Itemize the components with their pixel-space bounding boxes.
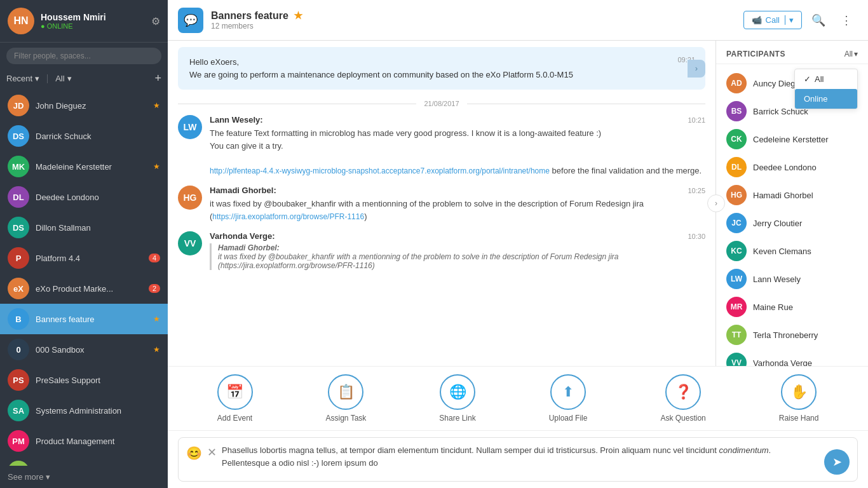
messages-panel: 09:21 Hello eXoers,We are going to perfo… <box>168 41 715 366</box>
message-row: VV Varhonda Verge: 10:30 Hamadi Ghorbel:… <box>178 231 705 270</box>
msg-link[interactable]: http://plfenteap-4.4.x-wysiwyg-microblog… <box>210 166 550 175</box>
upload-file-button[interactable]: ⬆ Upload File <box>549 374 588 423</box>
more-options-btn[interactable]: ⋮ <box>835 9 858 32</box>
recent-filter-btn[interactable]: Recent ▾ <box>6 74 39 83</box>
add-event-icon: 📅 <box>217 374 253 410</box>
msg-text: We are going to perform a maintenance de… <box>189 69 694 81</box>
filter-divider <box>47 74 48 83</box>
message-row: LW Lann Wesely: 10:21 The feature Text f… <box>178 115 705 177</box>
participant-avatar: HG <box>726 185 747 205</box>
msg-time: 10:25 <box>688 187 705 194</box>
sidebar-avatar: ST <box>8 461 29 466</box>
sidebar-item-platform-44[interactable]: P Platform 4.4 4 <box>0 243 168 273</box>
participant-avatar: LW <box>726 269 747 289</box>
sidebar-item-name: 000 Sandbox <box>36 345 147 355</box>
msg-author: Varhonda Verge: <box>210 231 275 241</box>
participants-filter-btn[interactable]: All ▾ <box>844 50 858 58</box>
sidebar-avatar: PS <box>8 369 29 391</box>
sidebar-item-exo-product[interactable]: eX eXo Product Marke... 2 <box>0 273 168 304</box>
filter-option-online[interactable]: Online <box>795 89 857 109</box>
sidebar-item-madeleine-kerstetter[interactable]: MK Madeleine Kerstetter ★ <box>0 151 168 182</box>
participants-panel: › PARTICIPANTS All ▾ ✓ All Online AD <box>715 41 868 366</box>
main-area: 💬 Banners feature ★ 12 members 📹 Call ▾ … <box>168 0 868 488</box>
sidebar-item-product-mgmt[interactable]: PM Product Management <box>0 426 168 456</box>
video-icon: 📹 <box>752 15 762 25</box>
ask-question-button[interactable]: ❓ Ask Question <box>660 374 705 423</box>
participant-item-deedee-londono[interactable]: DL Deedee Londono <box>716 153 868 181</box>
participant-avatar: VV <box>726 353 747 366</box>
participant-name: Cedeleine Kerstetter <box>753 135 829 144</box>
sidebar-avatar: eX <box>8 278 29 299</box>
emoji-button[interactable]: 😊 <box>186 445 202 461</box>
send-message-btn[interactable]: ➤ <box>824 449 850 475</box>
all-filter-btn[interactable]: All ▾ <box>55 74 71 83</box>
sidebar-avatar: B <box>8 308 29 330</box>
collapse-panel-btn[interactable]: › <box>707 194 725 212</box>
sidebar-item-systems-admin[interactable]: SA Systems Administration <box>0 395 168 426</box>
sidebar-item-support-team[interactable]: ST Support Team <box>0 456 168 466</box>
msg-link[interactable]: https://jira.exoplatform.org/browse/PFR-… <box>212 212 364 221</box>
msg-time: 10:21 <box>688 116 705 124</box>
sidebar-item-name: eXo Product Marke... <box>36 284 142 294</box>
message-input[interactable]: Phasellus lobortis magna tellus, at temp… <box>222 444 819 469</box>
sidebar-item-banners-feature[interactable]: B Banners feature ★ <box>0 304 168 334</box>
participant-name: Lann Wesely <box>753 274 801 284</box>
participant-item-jerry-cloutier[interactable]: JC Jerry Cloutier <box>716 209 868 237</box>
sidebar-item-name: John Dieguez <box>36 101 147 111</box>
sidebar-avatar: DS <box>8 125 29 147</box>
participant-name: Deedee Londono <box>753 163 817 172</box>
ask-question-icon: ❓ <box>665 374 701 410</box>
sidebar-item-john-dieguez[interactable]: JD John Dieguez ★ <box>0 90 168 121</box>
sidebar-avatar: 0 <box>8 339 29 360</box>
participant-item-hamadi-ghorbel[interactable]: HG Hamadi Ghorbel <box>716 181 868 209</box>
add-event-button[interactable]: 📅 Add Event <box>217 374 253 423</box>
sidebar-item-deedee-londono[interactable]: DL Deedee Londono <box>0 182 168 212</box>
participant-item-keven-clemans[interactable]: KC Keven Clemans <box>716 237 868 265</box>
participant-item-varhonda-verge[interactable]: VV Varhonda Verge <box>716 349 868 366</box>
sidebar-item-000-sandbox[interactable]: 0 000 Sandbox ★ <box>0 334 168 365</box>
clear-input-btn[interactable]: ✕ <box>207 445 217 459</box>
filter-dropdown: ✓ All Online <box>794 69 858 109</box>
settings-icon[interactable]: ⚙ <box>151 15 160 27</box>
assign-task-button[interactable]: 📋 Assign Task <box>326 374 367 423</box>
add-conversation-btn[interactable]: + <box>154 72 161 85</box>
msg-author: Lann Wesely: <box>210 115 263 125</box>
participant-avatar: JC <box>726 213 747 233</box>
quote-block: Hamadi Ghorbel: it was fixed by @boubake… <box>210 243 705 270</box>
participant-name: Jerry Cloutier <box>753 219 802 228</box>
sidebar-item-darrick-schuck[interactable]: DS Darrick Schuck <box>0 121 168 151</box>
chat-area: 09:21 Hello eXoers,We are going to perfo… <box>168 41 868 366</box>
share-link-button[interactable]: 🌐 Share Link <box>439 374 475 423</box>
participant-item-maine-rue[interactable]: MR Maine Rue <box>716 293 868 321</box>
sidebar-item-name: Dillon Stallman <box>36 223 160 233</box>
msg-text: it was fixed by @boubaker_khanfir with a… <box>210 198 705 222</box>
channel-star-icon[interactable]: ★ <box>294 10 302 22</box>
search-input[interactable] <box>6 48 161 64</box>
user-name: Houssem Nmiri <box>41 12 145 22</box>
user-avatar: HN <box>8 8 34 34</box>
see-more-btn[interactable]: See more ▾ <box>0 466 168 488</box>
channel-info: Banners feature ★ 12 members <box>211 10 743 30</box>
call-dropdown-btn[interactable]: ▾ <box>785 15 794 25</box>
sidebar-avatar: DS <box>8 217 29 238</box>
participant-item-terla-throneberry[interactable]: TT Terla Throneberry <box>716 321 868 349</box>
sidebar-item-presales-support[interactable]: PS PreSales Support <box>0 365 168 395</box>
msg-expand-btn[interactable]: › <box>688 60 705 78</box>
filter-option-all[interactable]: ✓ All <box>795 69 857 89</box>
sidebar-avatar: SA <box>8 400 29 421</box>
sidebar-badge: 2 <box>149 284 160 293</box>
topbar-actions: 📹 Call ▾ 🔍 ⋮ <box>743 9 858 32</box>
sidebar-star-icon: ★ <box>153 345 160 354</box>
call-button[interactable]: 📹 Call ▾ <box>743 11 802 29</box>
participant-avatar: BS <box>726 101 747 121</box>
message-input-box: 😊 ✕ Phasellus lobortis magna tellus, at … <box>178 437 858 482</box>
sidebar-item-dillon-stallman[interactable]: DS Dillon Stallman <box>0 212 168 243</box>
participant-name: Maine Rue <box>753 302 793 312</box>
raise-hand-button[interactable]: ✋ Raise Hand <box>779 374 819 423</box>
participant-name: Terla Throneberry <box>753 330 818 340</box>
search-topbar-btn[interactable]: 🔍 <box>807 9 830 32</box>
participant-item-lann-wesely[interactable]: LW Lann Wesely <box>716 265 868 293</box>
participants-title: PARTICIPANTS <box>726 50 785 58</box>
action-buttons-bar: 📅 Add Event 📋 Assign Task 🌐 Share Link ⬆… <box>168 366 868 430</box>
participant-item-cedeleine-kerstetter[interactable]: CK Cedeleine Kerstetter <box>716 125 868 153</box>
